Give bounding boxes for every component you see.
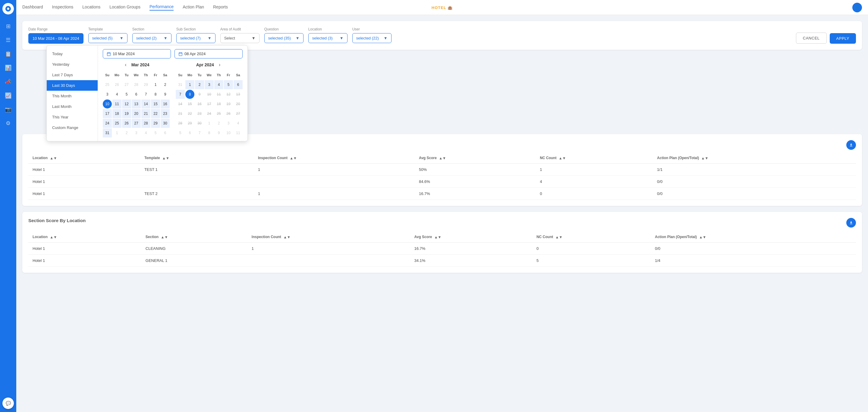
col2-section[interactable]: Section ▲▼: [141, 232, 247, 242]
section-select[interactable]: selected (2) ▼: [132, 33, 172, 43]
cal-cell[interactable]: 5: [122, 90, 131, 99]
preset-this-month[interactable]: This Month: [47, 91, 98, 101]
cal-cell[interactable]: 17: [205, 99, 214, 108]
col-location[interactable]: Location ▲▼: [28, 153, 140, 163]
sidebar-icon-chart[interactable]: 📊: [2, 62, 14, 73]
location-select[interactable]: selected (3) ▼: [308, 33, 347, 43]
sidebar-icon-list[interactable]: ☰: [2, 34, 14, 46]
sidebar-icon-megaphone[interactable]: 📣: [2, 76, 14, 87]
col2-action[interactable]: Action Plan (Open/Total) ▲▼: [651, 232, 856, 242]
cal-cell[interactable]: 14: [176, 99, 185, 108]
col-count[interactable]: Inspection Count ▲▼: [254, 153, 415, 163]
col-avg[interactable]: Avg Score ▲▼: [415, 153, 535, 163]
cal-cell[interactable]: 13: [234, 90, 243, 99]
cal-cell[interactable]: 18: [113, 109, 121, 118]
table1-download-button[interactable]: [846, 140, 856, 150]
col2-avg[interactable]: Avg Score ▲▼: [410, 232, 532, 242]
cal-cell[interactable]: 2: [161, 80, 170, 89]
apply-button[interactable]: APPLY: [830, 33, 856, 44]
cal-cell[interactable]: 28: [176, 119, 185, 128]
user-select[interactable]: selected (22) ▼: [352, 33, 392, 43]
cal-cell[interactable]: 18: [214, 99, 223, 108]
cal-cell[interactable]: 29: [185, 119, 194, 128]
cal-cell[interactable]: 27: [132, 119, 141, 128]
cal-cell[interactable]: 31: [103, 128, 112, 137]
cal-cell[interactable]: 5: [224, 80, 233, 89]
cal-cell[interactable]: 1: [185, 80, 194, 89]
cal-cell[interactable]: 8: [151, 90, 160, 99]
app-logo[interactable]: [2, 3, 14, 14]
cal-next-button[interactable]: ›: [217, 62, 222, 68]
nav-reports[interactable]: Reports: [213, 4, 228, 10]
preset-this-year[interactable]: This Year: [47, 112, 98, 122]
cal-cell[interactable]: 4: [113, 90, 121, 99]
cal-cell[interactable]: 30: [161, 119, 170, 128]
nav-action-plan[interactable]: Action Plan: [183, 4, 204, 10]
nav-dashboard[interactable]: Dashboard: [22, 4, 43, 10]
cal-cell[interactable]: 29: [151, 119, 160, 128]
cal-prev-button[interactable]: ‹: [123, 62, 128, 68]
template-select[interactable]: selected (5) ▼: [88, 33, 127, 43]
cal-cell[interactable]: 15: [185, 99, 194, 108]
cal-cell[interactable]: 23: [161, 109, 170, 118]
cal-cell[interactable]: 9: [195, 90, 204, 99]
cal-cell[interactable]: 23: [195, 109, 204, 118]
cal-cell[interactable]: 6: [132, 90, 141, 99]
subsection-select[interactable]: selected (7) ▼: [176, 33, 216, 43]
sidebar-icon-clipboard[interactable]: 📋: [2, 48, 14, 60]
preset-custom[interactable]: Custom Range: [47, 122, 98, 133]
nav-locations[interactable]: Locations: [82, 4, 100, 10]
user-avatar[interactable]: 👤: [852, 3, 862, 12]
cal-cell[interactable]: 21: [141, 109, 150, 118]
cal-cell[interactable]: 2: [195, 80, 204, 89]
preset-yesterday[interactable]: Yesterday: [47, 59, 98, 70]
preset-last30[interactable]: Last 30 Days: [47, 80, 98, 91]
cal-cell[interactable]: 15: [151, 99, 160, 108]
cal-cell[interactable]: 20: [234, 99, 243, 108]
cal-cell[interactable]: 7: [176, 90, 185, 99]
date-range-button[interactable]: 10 Mar 2024 - 08 Apr 2024: [28, 33, 84, 44]
question-select[interactable]: selected (35) ▼: [264, 33, 304, 43]
sidebar-icon-bar[interactable]: 📈: [2, 90, 14, 101]
cal-cell[interactable]: 25: [113, 119, 121, 128]
cal-cell[interactable]: 19: [122, 109, 131, 118]
cal-cell[interactable]: 13: [132, 99, 141, 108]
cal-cell[interactable]: 20: [132, 109, 141, 118]
cal-cell[interactable]: 6: [234, 80, 243, 89]
cal-cell[interactable]: 3: [103, 90, 112, 99]
cal-cell[interactable]: 1: [151, 80, 160, 89]
cal-cell[interactable]: 17: [103, 109, 112, 118]
cal-cell[interactable]: 26: [224, 109, 233, 118]
cal-cell[interactable]: 7: [141, 90, 150, 99]
cal-cell[interactable]: 4: [214, 80, 223, 89]
cal-cell[interactable]: 12: [224, 90, 233, 99]
cal-cell[interactable]: 3: [205, 80, 214, 89]
cal-cell[interactable]: 25: [214, 109, 223, 118]
sidebar-icon-settings[interactable]: ⚙: [2, 118, 14, 129]
sidebar-icon-grid[interactable]: ⊞: [2, 21, 14, 32]
col-action[interactable]: Action Plan (Open/Total) ▲▼: [653, 153, 856, 163]
nav-inspections[interactable]: Inspections: [52, 4, 73, 10]
cal-cell[interactable]: 21: [176, 109, 185, 118]
cal-cell[interactable]: 22: [185, 109, 194, 118]
cal-cell-10-mar[interactable]: 10: [103, 99, 112, 108]
col2-nc[interactable]: NC Count ▲▼: [532, 232, 651, 242]
col2-count[interactable]: Inspection Count ▲▼: [247, 232, 410, 242]
cancel-button[interactable]: CANCEL: [796, 33, 827, 44]
cal-cell[interactable]: 11: [214, 90, 223, 99]
col2-location[interactable]: Location ▲▼: [28, 232, 141, 242]
start-date-input[interactable]: 10 Mar 2024: [103, 49, 171, 59]
cal-cell[interactable]: 19: [224, 99, 233, 108]
col-nc[interactable]: NC Count ▲▼: [535, 153, 653, 163]
table2-download-button[interactable]: [846, 218, 856, 227]
cal-cell[interactable]: 28: [141, 119, 150, 128]
cal-cell[interactable]: 14: [141, 99, 150, 108]
cal-cell[interactable]: 24: [205, 109, 214, 118]
cal-cell[interactable]: 11: [113, 99, 121, 108]
preset-last7[interactable]: Last 7 Days: [47, 70, 98, 80]
col-template[interactable]: Template ▲▼: [140, 153, 254, 163]
nav-location-groups[interactable]: Location Groups: [110, 4, 141, 10]
end-date-input[interactable]: 08 Apr 2024: [175, 49, 243, 59]
cal-cell-8-apr[interactable]: 8: [185, 90, 194, 99]
cal-cell[interactable]: 10: [205, 90, 214, 99]
